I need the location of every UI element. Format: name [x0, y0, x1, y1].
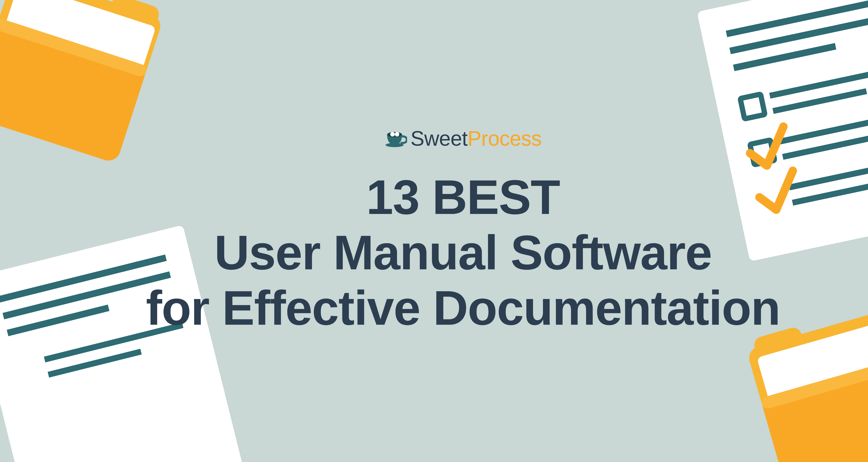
brand-logo: SweetProcess: [384, 126, 541, 150]
headline-line-2: User Manual Software: [124, 225, 802, 280]
brand-name-part2: Process: [467, 127, 541, 150]
headline-line-1: 13 BEST: [124, 170, 802, 225]
hero-graphic: SweetProcess 13 BEST User Manual Softwar…: [0, 0, 868, 462]
headline: 13 BEST User Manual Software for Effecti…: [124, 170, 802, 336]
cup-icon: [384, 128, 407, 149]
svg-point-30: [390, 132, 395, 136]
hero-center-block: SweetProcess 13 BEST User Manual Softwar…: [124, 126, 802, 336]
svg-point-31: [395, 132, 399, 136]
brand-name: SweetProcess: [410, 126, 541, 150]
headline-line-3: for Effective Documentation: [124, 280, 802, 336]
brand-name-part1: Sweet: [410, 127, 468, 150]
